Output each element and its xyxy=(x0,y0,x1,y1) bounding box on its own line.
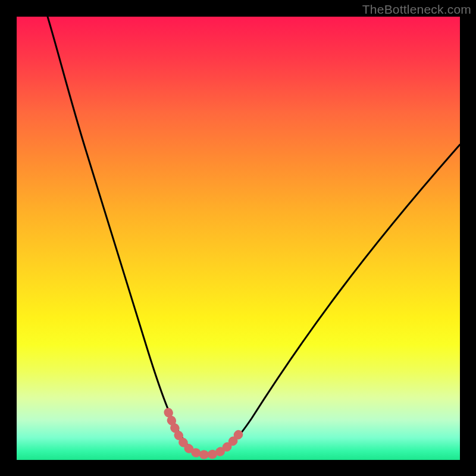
curve-svg xyxy=(17,17,460,460)
highlight-segment xyxy=(168,412,243,455)
chart-frame: TheBottleneck.com xyxy=(0,0,476,476)
bottleneck-curve xyxy=(48,17,460,455)
watermark-text: TheBottleneck.com xyxy=(362,2,471,17)
plot-area xyxy=(17,17,460,460)
